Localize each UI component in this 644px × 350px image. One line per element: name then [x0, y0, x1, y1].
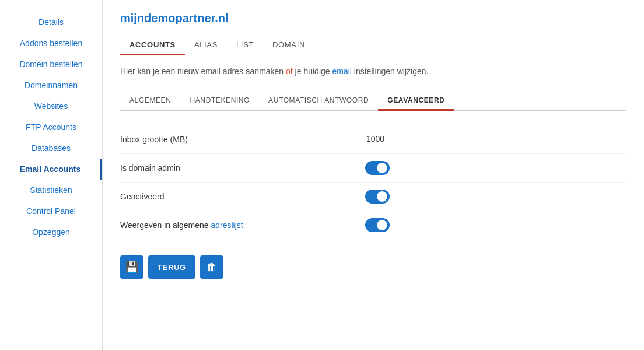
tab-domain[interactable]: DOMAIN — [263, 36, 314, 55]
main-content: mijndemopartner.nl ACCOUNTS ALIAS LIST D… — [103, 0, 644, 350]
sidebar-item-statistieken[interactable]: Statistieken — [0, 180, 102, 201]
sidebar-item-websites[interactable]: Websites — [0, 96, 102, 117]
domain-admin-control — [365, 161, 626, 175]
adreslijst-toggle[interactable] — [365, 218, 390, 232]
sidebar-item-addons[interactable]: Addons bestellen — [0, 33, 102, 54]
info-text: Hier kan je een nieuw email adres aanmak… — [120, 65, 626, 78]
sub-tab-handtekening[interactable]: HANDTEKENING — [181, 92, 260, 111]
sidebar-item-domein-bestellen[interactable]: Domein bestellen — [0, 54, 102, 75]
geactiveerd-slider — [365, 190, 390, 204]
geactiveerd-toggle[interactable] — [365, 190, 390, 204]
sidebar-item-control-panel[interactable]: Control Panel — [0, 201, 102, 222]
form-section: Inbox grootte (MB) Is domain admin Geact… — [120, 125, 626, 239]
tab-accounts[interactable]: ACCOUNTS — [120, 36, 185, 55]
sidebar-item-details[interactable]: Details — [0, 12, 102, 33]
tab-list[interactable]: LIST — [227, 36, 263, 55]
adreslijst-slider — [365, 218, 390, 232]
form-row-adreslijst: Weergeven in algemene adreslijst — [120, 211, 626, 239]
domain-admin-label: Is domain admin — [120, 163, 365, 173]
action-buttons: 💾 TERUG 🗑 — [120, 256, 626, 279]
sidebar-item-opzeggen[interactable]: Opzeggen — [0, 222, 102, 243]
inbox-label: Inbox grootte (MB) — [120, 135, 365, 144]
page-title: mijndemopartner.nl — [120, 12, 626, 25]
sub-tab-automatisch-antwoord[interactable]: AUTOMATISCH ANTWOORD — [259, 92, 378, 111]
sidebar: Details Addons bestellen Domein bestelle… — [0, 0, 103, 350]
sub-tabs: ALGEMEEN HANDTEKENING AUTOMATISCH ANTWOO… — [120, 92, 626, 111]
form-row-inbox: Inbox grootte (MB) — [120, 125, 626, 154]
domain-admin-toggle[interactable] — [365, 161, 390, 175]
geactiveerd-control — [365, 190, 626, 204]
sidebar-item-databases[interactable]: Databases — [0, 138, 102, 159]
sidebar-item-ftp[interactable]: FTP Accounts — [0, 117, 102, 138]
delete-button[interactable]: 🗑 — [200, 256, 223, 279]
adreslijst-control — [365, 218, 626, 232]
form-row-domain-admin: Is domain admin — [120, 154, 626, 183]
domain-admin-slider — [365, 161, 390, 175]
sidebar-item-email-accounts[interactable]: Email Accounts — [0, 159, 102, 180]
sub-tab-algemeen[interactable]: ALGEMEEN — [120, 92, 181, 111]
save-icon: 💾 — [125, 261, 138, 274]
back-button[interactable]: TERUG — [148, 256, 195, 279]
geactiveerd-label: Geactiveerd — [120, 192, 365, 201]
sub-tab-geavanceerd[interactable]: GEAVANCEERD — [378, 92, 454, 111]
top-tabs: ACCOUNTS ALIAS LIST DOMAIN — [120, 36, 626, 55]
sidebar-item-domeinnamen[interactable]: Domeinnamen — [0, 75, 102, 96]
form-row-geactiveerd: Geactiveerd — [120, 183, 626, 211]
adreslijst-label: Weergeven in algemene adreslijst — [120, 220, 365, 230]
delete-icon: 🗑 — [206, 261, 217, 274]
back-label: TERUG — [158, 263, 186, 272]
inbox-input[interactable] — [365, 132, 626, 146]
save-button[interactable]: 💾 — [120, 256, 144, 279]
tab-alias[interactable]: ALIAS — [185, 36, 227, 55]
inbox-control — [365, 132, 626, 146]
